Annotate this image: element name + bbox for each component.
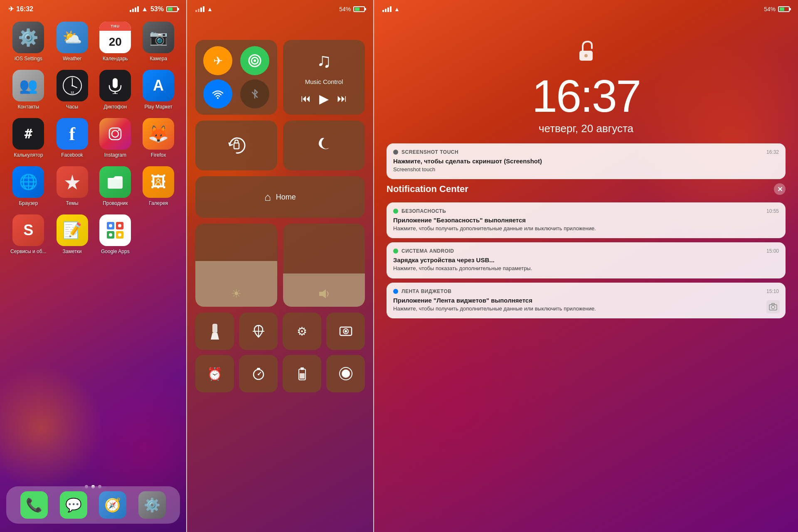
notif-camera-action[interactable] — [766, 300, 780, 313]
music-note-icon: ♫ — [317, 49, 332, 72]
svg-rect-35 — [257, 368, 260, 369]
cc-rotate-button[interactable] — [195, 121, 277, 170]
wifi-icon: ▲ — [141, 5, 148, 13]
notification-center-close-button[interactable]: ✕ — [774, 183, 786, 195]
dock-safari[interactable]: 🧭 — [99, 491, 126, 519]
notif-app-name-sec: БЕЗОПАСНОСТЬ — [401, 208, 446, 214]
app-item-googleapps[interactable]: Google Apps — [98, 214, 133, 254]
app-item-appstore[interactable]: A Play Маркет — [141, 70, 176, 110]
camera-action-icon — [769, 303, 777, 311]
app-item-themes[interactable]: Темы — [55, 166, 90, 206]
cc-alarm-button[interactable]: ⏰ — [195, 355, 234, 392]
home-screen-panel: ✈ 16:32 ▲ 53% ⚙️ iOS Settings — [0, 0, 187, 532]
cc-settings-button[interactable]: ⚙ — [283, 313, 321, 350]
dock-phone[interactable]: 📞 — [20, 491, 48, 519]
notif-dot-sec — [393, 209, 398, 214]
control-center-container: ✈ — [187, 15, 373, 401]
cc-brightness-slider[interactable]: ☀ — [195, 224, 277, 307]
svg-point-42 — [342, 369, 350, 378]
next-track-button[interactable]: ⏭ — [337, 93, 347, 104]
svg-point-17 — [109, 224, 112, 227]
prev-track-button[interactable]: ⏮ — [301, 93, 311, 104]
app-item-ios-settings[interactable]: ⚙️ iOS Settings — [10, 22, 47, 62]
wifi-icon — [211, 87, 224, 101]
cc-location-button[interactable] — [239, 313, 278, 350]
svg-point-11 — [118, 129, 120, 131]
app-item-facebook[interactable]: f Facebook — [55, 118, 90, 158]
svg-marker-28 — [211, 333, 219, 340]
dock-settings[interactable]: ⚙️ — [138, 491, 166, 519]
notification-screenshot-touch[interactable]: SCREENSHOT TOUCH 16:32 Нажмите, чтобы сд… — [387, 143, 786, 179]
app-item-instagram[interactable]: Instagram — [98, 118, 133, 158]
record-icon — [339, 367, 353, 381]
svg-rect-25 — [234, 143, 239, 149]
cellular-button[interactable] — [240, 46, 269, 75]
app-item-weather[interactable]: ⛅ Weather — [55, 22, 90, 62]
svg-point-46 — [771, 305, 775, 309]
signal-bars-panel2 — [195, 6, 204, 12]
svg-point-23 — [254, 59, 256, 62]
explorer-icon — [99, 166, 131, 198]
app-item-voice[interactable]: Диктофон — [98, 70, 133, 110]
play-button[interactable]: ▶ — [319, 91, 329, 106]
app-item-explorer[interactable]: Проводник — [98, 166, 133, 206]
app-item-browser[interactable]: 🌐 Браузер — [10, 166, 47, 206]
airplane-mode-button[interactable]: ✈ — [203, 46, 232, 75]
notif-title-1: Нажмите, чтобы сделать скриншот (Screens… — [393, 158, 779, 165]
notif-body-sec: Нажмите, чтобы получить дополнительные д… — [393, 225, 779, 232]
notification-android-system[interactable]: СИСТЕМА ANDROID 15:00 Зарядка устройства… — [387, 242, 786, 278]
flashlight-icon — [209, 323, 221, 340]
camera-label: Камера — [150, 56, 167, 62]
app-item-camera[interactable]: 📷 Камера — [141, 22, 176, 62]
wifi-status-icon: ▲ — [207, 6, 213, 12]
ios-settings-icon: ⚙️ — [12, 22, 44, 53]
app-item-clock[interactable]: 12 6 Часы — [55, 70, 90, 110]
cc-mid-row — [195, 121, 365, 170]
screen-capture-icon — [339, 325, 352, 338]
facebook-icon: f — [57, 118, 88, 150]
facebook-label: Facebook — [61, 152, 83, 158]
notif-app-row-sec: БЕЗОПАСНОСТЬ — [393, 208, 446, 214]
cc-flashlight-button[interactable] — [195, 313, 234, 350]
appstore-icon: A — [143, 70, 174, 101]
cc-top-row: ✈ — [195, 40, 365, 115]
app-item-calendar[interactable]: THU 20 Календарь — [98, 22, 133, 62]
cc-home-button[interactable]: ⌂ Home — [195, 176, 365, 218]
notif-app-row-1: SCREENSHOT TOUCH — [393, 149, 458, 155]
cc-screen-capture-button[interactable] — [326, 313, 365, 350]
cc-volume-slider[interactable] — [283, 224, 365, 307]
app-item-gallery[interactable]: 🖼 Галерея — [141, 166, 176, 206]
notes-label: Заметки — [63, 249, 82, 254]
cc-music-tile[interactable]: ♫ Music Control ⏮ ▶ ⏭ — [283, 40, 365, 115]
cc-battery-button[interactable] — [283, 355, 321, 392]
notification-security[interactable]: БЕЗОПАСНОСТЬ 10:55 Приложение "Безопасно… — [387, 202, 786, 238]
app-item-notes[interactable]: 📝 Заметки — [55, 214, 90, 254]
battery-pct-panel3: 54% — [764, 6, 776, 12]
alarm-icon: ⏰ — [207, 367, 222, 381]
bluetooth-button[interactable] — [240, 79, 269, 108]
appstore-label: Play Маркет — [144, 104, 172, 110]
notification-widget-tape[interactable]: ЛЕНТА ВИДЖЕТОВ 15:10 Приложение "Лента в… — [387, 283, 786, 318]
lock-icon — [374, 40, 798, 67]
battery-vertical-icon — [298, 367, 306, 380]
dock-messages[interactable]: 💬 — [60, 491, 87, 519]
app-item-firefox[interactable]: 🦊 Firefox — [141, 118, 176, 158]
moon-icon — [314, 135, 334, 155]
svg-point-37 — [258, 374, 259, 375]
cc-bottom-row2: ⏰ — [195, 355, 365, 392]
app-item-calc[interactable]: # Калькулятор — [10, 118, 47, 158]
cc-do-not-disturb-button[interactable] — [283, 121, 365, 170]
app-item-contacts[interactable]: 👥 Контакты — [10, 70, 47, 110]
notif-app-name-widget: ЛЕНТА ВИДЖЕТОВ — [401, 288, 451, 294]
cc-stopwatch-button[interactable] — [239, 355, 278, 392]
svg-point-24 — [217, 97, 219, 99]
app-item-services[interactable]: S Сервисы и об... — [10, 214, 47, 254]
music-controls: ⏮ ▶ ⏭ — [301, 91, 347, 106]
stopwatch-icon — [252, 367, 265, 380]
cc-record-button[interactable] — [326, 355, 365, 392]
home-icon: ⌂ — [264, 191, 271, 204]
wifi-button[interactable] — [203, 79, 232, 108]
settings-icon: ⚙ — [297, 325, 307, 338]
airplane-mode-icon: ✈ — [8, 5, 14, 13]
signal-bars-panel3 — [382, 6, 392, 12]
